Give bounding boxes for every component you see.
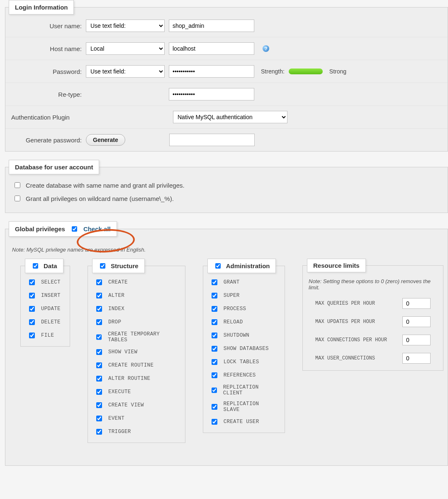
admin-priv-show-databases[interactable]: SHOW DATABASES	[210, 345, 278, 353]
data-priv-delete[interactable]: DELETE	[27, 318, 63, 326]
structure-priv-label-5: SHOW VIEW	[108, 349, 137, 355]
admin-priv-checkbox-8[interactable]	[212, 387, 217, 393]
data-priv-checkbox-0[interactable]	[29, 279, 35, 285]
hostname-field[interactable]	[169, 42, 254, 55]
admin-priv-label-8: REPLICATION CLIENT	[223, 384, 278, 396]
admin-priv-lock-tables[interactable]: LOCK TABLES	[210, 358, 278, 366]
structure-priv-checkbox-11[interactable]	[96, 429, 102, 435]
structure-legend-text: Structure	[111, 262, 139, 269]
generate-button[interactable]: Generate	[86, 134, 125, 146]
row-retype: Re-type:	[5, 83, 448, 106]
admin-priv-reload[interactable]: RELOAD	[210, 318, 278, 326]
resource-legend-text: Resource limits	[313, 262, 360, 269]
structure-priv-checkbox-8[interactable]	[96, 389, 102, 395]
admin-priv-checkbox-10[interactable]	[212, 419, 217, 425]
checkall-checkbox[interactable]	[72, 226, 77, 232]
structure-priv-label-8: EXECUTE	[108, 389, 131, 395]
username-mode-select[interactable]: Use text field:	[86, 20, 165, 32]
db-opt2-checkbox[interactable]	[15, 196, 20, 201]
structure-priv-checkbox-9[interactable]	[96, 402, 102, 408]
hostname-mode-select[interactable]: Local	[86, 42, 165, 55]
structure-priv-create-temporary-tables[interactable]: CREATE TEMPORARY TABLES	[95, 331, 178, 343]
structure-priv-checkbox-3[interactable]	[96, 319, 102, 325]
structure-priv-create[interactable]: CREATE	[95, 278, 178, 286]
label-password: Password:	[11, 68, 82, 75]
row-password: Password: Use text field: Strength: Stro…	[5, 60, 448, 83]
login-legend: Login Information	[9, 0, 74, 15]
data-priv-checkbox-1[interactable]	[29, 293, 35, 298]
admin-priv-super[interactable]: SUPER	[210, 291, 278, 300]
data-priv-update[interactable]: UPDATE	[27, 305, 63, 313]
resource-input-1[interactable]	[402, 316, 431, 327]
data-priv-checkbox-4[interactable]	[29, 333, 35, 338]
admin-priv-checkbox-5[interactable]	[212, 346, 217, 352]
authplugin-select[interactable]: Native MySQL authentication	[173, 111, 287, 123]
admin-priv-checkbox-6[interactable]	[212, 359, 217, 365]
data-priv-select[interactable]: SELECT	[27, 278, 63, 286]
resource-input-0[interactable]	[402, 298, 431, 309]
admin-priv-checkbox-2[interactable]	[212, 306, 217, 312]
data-priv-checkbox-2[interactable]	[29, 306, 35, 312]
structure-group-checkbox[interactable]	[100, 263, 105, 269]
structure-priv-alter-routine[interactable]: ALTER ROUTINE	[95, 374, 178, 383]
structure-priv-label-0: CREATE	[108, 279, 128, 285]
admin-priv-create-user[interactable]: CREATE USER	[210, 418, 278, 426]
structure-priv-event[interactable]: EVENT	[95, 414, 178, 423]
data-priv-label-2: UPDATE	[41, 306, 61, 312]
admin-priv-label-2: PROCESS	[224, 306, 246, 312]
structure-priv-checkbox-0[interactable]	[96, 279, 102, 285]
structure-priv-checkbox-6[interactable]	[96, 362, 102, 368]
data-priv-checkbox-3[interactable]	[29, 319, 35, 325]
data-priv-label-1: INSERT	[41, 293, 61, 298]
generate-field[interactable]	[169, 134, 255, 146]
admin-priv-label-1: SUPER	[224, 293, 240, 298]
structure-priv-create-view[interactable]: CREATE VIEW	[95, 401, 178, 409]
db-opt1-row[interactable]: Create database with same name and grant…	[13, 179, 440, 192]
data-priv-file[interactable]: FILE	[27, 331, 63, 340]
admin-legend: Administration	[207, 259, 276, 273]
structure-priv-checkbox-2[interactable]	[96, 306, 102, 312]
row-generate: Generate password: Generate	[5, 129, 448, 151]
admin-priv-checkbox-7[interactable]	[212, 372, 217, 378]
privilege-note: Note: MySQL privilege names are expresse…	[10, 241, 448, 259]
admin-priv-grant[interactable]: GRANT	[210, 278, 278, 286]
structure-priv-label-1: ALTER	[108, 293, 124, 298]
db-opt1-checkbox[interactable]	[15, 182, 20, 188]
resource-input-2[interactable]	[402, 335, 431, 345]
data-group-checkbox[interactable]	[33, 263, 38, 269]
password-mode-select[interactable]: Use text field:	[86, 65, 165, 78]
structure-priv-show-view[interactable]: SHOW VIEW	[95, 348, 178, 356]
admin-priv-references[interactable]: REFERENCES	[210, 371, 278, 379]
checkall-link[interactable]: Check all	[83, 225, 111, 232]
admin-priv-replication-slave[interactable]: REPLICATION SLAVE	[210, 401, 278, 413]
structure-priv-execute[interactable]: EXECUTE	[95, 388, 178, 396]
db-opt2-label: Grant all privileges on wildcard name (u…	[26, 195, 174, 202]
username-field[interactable]	[169, 20, 254, 32]
password-field[interactable]	[169, 65, 254, 78]
admin-priv-replication-client[interactable]: REPLICATION CLIENT	[210, 384, 278, 396]
structure-priv-create-routine[interactable]: CREATE ROUTINE	[95, 361, 178, 369]
data-priv-insert[interactable]: INSERT	[27, 291, 63, 300]
admin-group-checkbox[interactable]	[215, 263, 221, 269]
retype-field[interactable]	[169, 88, 254, 100]
help-icon[interactable]: ?	[263, 45, 269, 52]
db-opt2-row[interactable]: Grant all privileges on wildcard name (u…	[13, 192, 440, 205]
resource-row-2: MAX CONNECTIONS PER HOUR	[309, 335, 436, 345]
structure-priv-checkbox-7[interactable]	[96, 376, 102, 382]
admin-priv-checkbox-4[interactable]	[212, 333, 217, 338]
structure-priv-checkbox-5[interactable]	[96, 349, 102, 355]
admin-priv-checkbox-0[interactable]	[212, 279, 217, 285]
structure-priv-drop[interactable]: DROP	[95, 318, 178, 326]
admin-priv-checkbox-1[interactable]	[212, 293, 217, 298]
resource-input-3[interactable]	[402, 353, 431, 364]
admin-priv-process[interactable]: PROCESS	[210, 305, 278, 313]
admin-priv-checkbox-9[interactable]	[212, 404, 217, 410]
admin-priv-shutdown[interactable]: SHUTDOWN	[210, 331, 278, 340]
structure-priv-alter[interactable]: ALTER	[95, 291, 178, 300]
structure-priv-index[interactable]: INDEX	[95, 305, 178, 313]
structure-priv-checkbox-4[interactable]	[96, 334, 102, 340]
structure-priv-checkbox-1[interactable]	[96, 293, 102, 298]
admin-priv-checkbox-3[interactable]	[212, 319, 217, 325]
structure-priv-trigger[interactable]: TRIGGER	[95, 428, 178, 436]
structure-priv-checkbox-10[interactable]	[96, 416, 102, 421]
